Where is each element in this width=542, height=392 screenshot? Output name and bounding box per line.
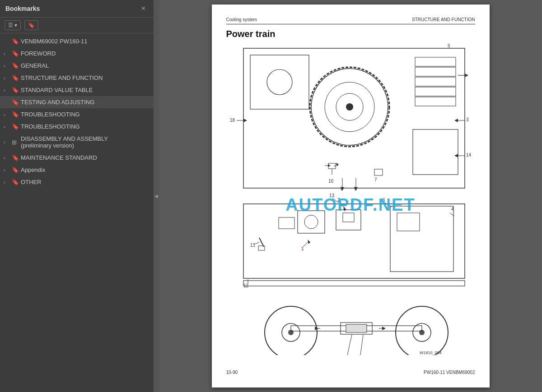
bookmark-icon: 🔖 <box>12 87 19 93</box>
list-view-button[interactable]: ☰ ▾ <box>5 20 21 30</box>
svg-marker-52 <box>308 240 310 244</box>
sidebar-item-item-12[interactable]: ›🔖OTHER <box>0 176 154 188</box>
svg-rect-0 <box>243 48 465 188</box>
bookmark-icon: 🔖 <box>12 111 19 118</box>
sidebar-item-item-4[interactable]: ›🔖STRUCTURE AND FUNCTION <box>0 72 154 84</box>
bookmark-label: GENERAL <box>21 62 149 69</box>
sidebar-item-item-9[interactable]: ›⊞DISASSEMBLY AND ASSEMBLY (preliminary … <box>0 133 154 152</box>
svg-text:11: 11 <box>250 243 256 248</box>
svg-text:10: 10 <box>328 179 334 184</box>
sidebar-item-item-5[interactable]: ›🔖STANDARD VALUE TABLE <box>0 84 154 96</box>
svg-marker-14 <box>465 74 468 77</box>
page-header-left: Cooling system <box>226 17 257 22</box>
svg-marker-21 <box>454 154 458 157</box>
bookmark-label: STANDARD VALUE TABLE <box>21 87 149 93</box>
svg-rect-11 <box>415 87 456 96</box>
svg-rect-25 <box>413 129 458 175</box>
svg-line-87 <box>360 335 363 355</box>
svg-line-59 <box>384 203 392 207</box>
expand-arrow-icon[interactable]: › <box>4 139 10 145</box>
bookmark-label: STRUCTURE AND FUNCTION <box>21 74 149 81</box>
diagram-area: AUTOPDF.NET <box>226 44 475 365</box>
page-number: 10-90 <box>226 370 238 375</box>
bookmark-label: DISASSEMBLY AND ASSEMBLY (preliminary ve… <box>21 135 149 149</box>
svg-line-62 <box>259 238 264 247</box>
expand-arrow-icon[interactable]: › <box>4 88 10 93</box>
svg-rect-1 <box>250 55 309 109</box>
bookmark-icon: 🔖 <box>12 166 19 173</box>
sidebar-item-item-6[interactable]: 🔖TESTING AND ADJUSTING <box>0 96 154 108</box>
page-header: Cooling system STRUCTURE AND FUNCTION <box>226 17 475 24</box>
svg-text:4: 4 <box>451 207 454 212</box>
expand-arrow-icon[interactable]: › <box>4 167 10 173</box>
expand-arrow-icon[interactable]: › <box>4 112 10 117</box>
sidebar-item-item-11[interactable]: ›🔖Appendix <box>0 164 154 176</box>
expand-arrow-icon[interactable]: › <box>4 63 10 69</box>
bookmark-label: TROUBLESHOOTING <box>21 111 149 118</box>
svg-rect-49 <box>397 213 420 231</box>
expand-arrow-icon[interactable]: › <box>4 155 10 161</box>
sidebar-item-item-7[interactable]: ›🔖TROUBLESHOOTING <box>0 108 154 120</box>
expand-arrow-icon[interactable]: › <box>4 75 10 81</box>
bookmark-icon: 🔖 <box>12 38 19 45</box>
sidebar-close-button[interactable]: × <box>139 4 148 14</box>
bookmark-label: Appendix <box>21 166 149 173</box>
power-train-diagram: 5 3 14 18 <box>225 44 476 355</box>
svg-marker-32 <box>336 163 339 166</box>
sidebar-item-item-10[interactable]: ›🔖MAINTENANCE STANDARD <box>0 152 154 164</box>
svg-text:7: 7 <box>374 177 377 182</box>
bookmark-label: VENBM69002 PW160-11 <box>21 38 149 45</box>
svg-rect-77 <box>346 324 367 332</box>
svg-text:6: 6 <box>383 198 385 203</box>
page-header-right: STRUCTURE AND FUNCTION <box>412 17 475 22</box>
sidebar-title: Bookmarks <box>5 5 40 12</box>
expand-arrow-icon[interactable]: › <box>4 180 10 185</box>
svg-rect-34 <box>374 169 383 175</box>
bookmark-icon: 🔖 <box>12 99 19 106</box>
bookmark-icon: 🔖 <box>12 62 19 69</box>
bookmark-icon: 🔖 <box>12 50 19 57</box>
sidebar-list: 🔖VENBM69002 PW160-11›🔖FOREWORD›🔖GENERAL›… <box>0 33 154 392</box>
expand-arrow-icon[interactable]: › <box>4 51 10 56</box>
svg-marker-30 <box>328 164 331 167</box>
svg-text:W1810_004: W1810_004 <box>420 350 442 355</box>
svg-marker-81 <box>382 327 386 330</box>
page-footer: 10-90 PW160-11 VENBM69002 <box>226 368 475 375</box>
sidebar-item-item-1[interactable]: 🔖VENBM69002 PW160-11 <box>0 35 154 47</box>
sidebar-item-item-8[interactable]: ›🔖TROUBLESHOOTING <box>0 120 154 133</box>
list-view-icon: ☰ <box>8 22 13 28</box>
sidebar-splitter[interactable] <box>154 0 159 392</box>
bookmark-label: TROUBLESHOOTING <box>21 123 149 130</box>
svg-marker-24 <box>243 119 247 122</box>
bookmark-view-button[interactable]: 🔖 <box>24 20 38 30</box>
svg-text:13: 13 <box>329 193 335 198</box>
svg-text:14: 14 <box>466 152 472 157</box>
bookmark-icon: 🔖 <box>28 22 35 28</box>
bookmark-label: TESTING AND ADJUSTING <box>21 99 149 106</box>
svg-rect-43 <box>298 211 325 233</box>
bookmark-label: MAINTENANCE STANDARD <box>21 154 149 161</box>
document-reference: PW160-11 VENBM69002 <box>424 370 475 375</box>
svg-rect-48 <box>390 206 453 272</box>
svg-text:1: 1 <box>301 246 304 251</box>
svg-text:2: 2 <box>337 198 340 203</box>
page-title: Power train <box>226 29 475 39</box>
main-content: Cooling system STRUCTURE AND FUNCTION Po… <box>159 0 542 392</box>
expand-arrow-icon[interactable]: › <box>4 124 10 129</box>
svg-line-85 <box>346 335 352 355</box>
svg-line-51 <box>303 241 309 247</box>
sidebar-item-item-3[interactable]: ›🔖GENERAL <box>0 60 154 72</box>
svg-rect-10 <box>415 77 456 86</box>
bookmark-icon: 🔖 <box>12 179 19 185</box>
svg-rect-12 <box>415 97 456 106</box>
svg-point-6 <box>346 103 353 111</box>
sidebar: Bookmarks × ☰ ▾ 🔖 🔖VENBM69002 PW160-11›🔖… <box>0 0 154 392</box>
pdf-page: Cooling system STRUCTURE AND FUNCTION Po… <box>212 5 490 387</box>
sidebar-item-item-2[interactable]: ›🔖FOREWORD <box>0 47 154 60</box>
svg-rect-45 <box>279 217 294 229</box>
bookmark-label: FOREWORD <box>21 50 149 57</box>
sidebar-header: Bookmarks × <box>0 0 154 18</box>
svg-rect-9 <box>415 67 456 76</box>
sidebar-toolbar: ☰ ▾ 🔖 <box>0 18 154 33</box>
svg-text:3: 3 <box>466 117 469 122</box>
